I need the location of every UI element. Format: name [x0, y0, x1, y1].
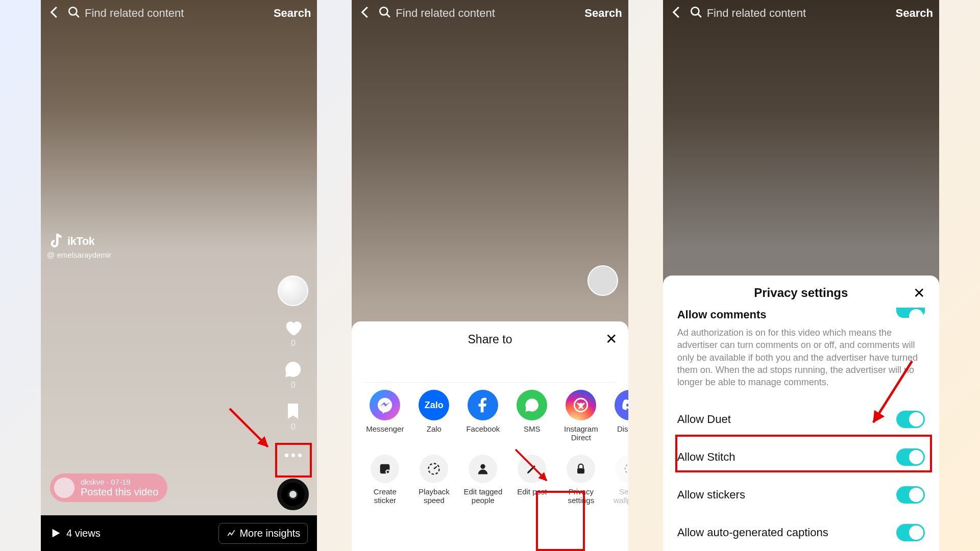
setting-allow-comments-label: Allow comments: [677, 308, 767, 321]
sound-disc[interactable]: [277, 479, 309, 510]
setting-row-3: Allow auto-generated captions: [677, 514, 925, 551]
annotation-box-more: [275, 443, 312, 478]
search-field[interactable]: Find related content: [690, 3, 889, 24]
svg-point-3: [296, 368, 298, 370]
search-placeholder: Find related content: [396, 7, 495, 20]
back-icon[interactable]: [358, 5, 373, 22]
bottom-bar: 4 views More insights: [41, 515, 317, 551]
share-zalo[interactable]: ZaloZalo: [413, 390, 455, 442]
sheet-title: Share to: [468, 333, 512, 346]
annotation-box-stitch: [675, 435, 932, 472]
privacy-icon: [567, 455, 595, 483]
comment-icon: [283, 359, 303, 380]
share-sheet: Share to ✕ MessengerZaloZaloFacebookSMSI…: [352, 321, 628, 551]
search-icon: [378, 6, 391, 21]
svg-rect-12: [577, 468, 584, 473]
author-avatar[interactable]: [278, 276, 308, 306]
zalo-icon: Zalo: [419, 390, 449, 420]
chip-meta: dkskve · 07-19: [81, 478, 158, 486]
watermark-user: @ emelsaraydemir: [47, 251, 111, 259]
annotation-arrow-1: [224, 403, 280, 459]
video-watermark: ikTok @ emelsaraydemir: [47, 232, 111, 259]
author-avatar[interactable]: [587, 265, 618, 296]
toggle-allow-auto-generated-captions[interactable]: [896, 524, 925, 541]
search-button[interactable]: Search: [896, 7, 933, 20]
back-icon[interactable]: [669, 5, 684, 22]
instagram-icon: [566, 390, 596, 420]
create-sticker-icon: [371, 455, 399, 483]
like-count: 0: [291, 339, 296, 348]
search-placeholder: Find related content: [85, 7, 184, 20]
sms-icon: [517, 390, 547, 420]
top-bar: Find related content Search: [352, 0, 628, 27]
close-button[interactable]: ✕: [913, 285, 925, 302]
search-field[interactable]: Find related content: [378, 3, 577, 24]
play-icon: [50, 528, 61, 539]
actions-row: Create stickerPlayback speedEdit tagged …: [352, 449, 628, 517]
action-edit-tagged[interactable]: Edit tagged people: [462, 455, 504, 505]
annotation-box-privacy: [536, 491, 585, 551]
share-messenger[interactable]: Messenger: [364, 390, 406, 442]
comment-button[interactable]: 0: [283, 359, 303, 390]
comment-count: 0: [291, 381, 296, 390]
svg-point-16: [691, 7, 699, 15]
setting-row-2: Allow stickers: [677, 476, 925, 514]
search-icon: [690, 6, 703, 21]
search-field[interactable]: Find related content: [67, 3, 266, 24]
facebook-icon: [468, 390, 498, 420]
top-bar: Find related content Search: [41, 0, 317, 27]
action-playback-speed[interactable]: Playback speed: [413, 455, 455, 505]
close-button[interactable]: ✕: [605, 331, 617, 347]
brand-text: ikTok: [67, 235, 94, 248]
setting-label: Allow stickers: [677, 488, 745, 502]
chip-text: Posted this video: [81, 486, 158, 498]
setting-label: Allow Duet: [677, 413, 731, 426]
svg-point-6: [380, 7, 388, 15]
screen-2: Find related content Search Share to ✕ M…: [352, 0, 628, 551]
action-wallpaper: Set as wallpaper: [609, 455, 628, 505]
chip-avatar: [54, 478, 75, 498]
wallpaper-icon: [616, 455, 628, 483]
share-facebook[interactable]: Facebook: [462, 390, 504, 442]
svg-point-1: [289, 368, 291, 370]
sheet-title: Privacy settings: [754, 286, 848, 300]
tiktok-logo-icon: [47, 232, 65, 251]
discord-icon: [615, 390, 628, 420]
messenger-icon: [370, 390, 400, 420]
toggle-allow-comments[interactable]: [896, 308, 925, 318]
toggle-allow-stickers[interactable]: [896, 486, 925, 504]
svg-point-2: [292, 368, 294, 370]
back-icon[interactable]: [47, 5, 62, 22]
playback-speed-icon: [420, 455, 448, 483]
search-placeholder: Find related content: [707, 7, 806, 20]
search-icon: [67, 6, 81, 21]
share-sms[interactable]: SMS: [511, 390, 553, 442]
share-targets-row: MessengerZaloZaloFacebookSMSInstagram Di…: [352, 383, 628, 449]
setting-label: Allow auto-generated captions: [677, 526, 828, 539]
action-create-sticker[interactable]: Create sticker: [364, 455, 406, 505]
share-instagram[interactable]: Instagram Direct: [560, 390, 602, 442]
screen-1: Find related content Search ikTok @ emel…: [41, 0, 317, 551]
more-insights-button[interactable]: More insights: [218, 523, 308, 544]
screen-3: Find related content Search Privacy sett…: [663, 0, 939, 551]
posted-chip[interactable]: dkskve · 07-19 Posted this video: [50, 473, 167, 502]
edit-tagged-icon: [469, 455, 497, 483]
search-button[interactable]: Search: [584, 7, 622, 20]
svg-point-7: [579, 403, 583, 408]
svg-point-13: [625, 464, 628, 473]
share-discord[interactable]: Discord: [609, 390, 628, 442]
heart-icon: [283, 317, 303, 338]
annotation-arrow-2: [511, 445, 557, 491]
save-button[interactable]: 0: [283, 401, 303, 432]
chart-icon: [226, 528, 236, 538]
save-count: 0: [291, 422, 296, 432]
view-count: 4 views: [50, 528, 101, 539]
bookmark-icon: [283, 401, 303, 421]
like-button[interactable]: 0: [283, 317, 303, 348]
search-button[interactable]: Search: [274, 7, 311, 20]
annotation-arrow-3: [861, 358, 922, 430]
top-bar: Find related content Search: [663, 0, 939, 27]
svg-point-0: [69, 7, 77, 15]
svg-point-11: [481, 464, 485, 468]
